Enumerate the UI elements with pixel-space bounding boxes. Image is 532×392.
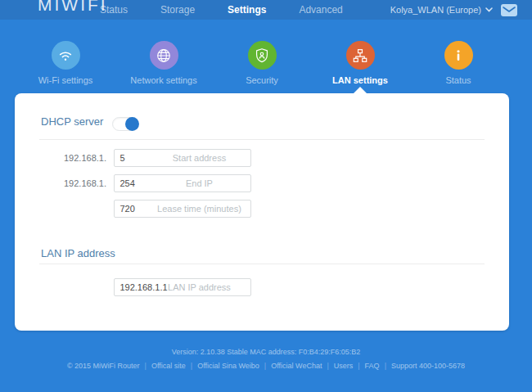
toggle-knob: [125, 117, 139, 131]
tab-label: LAN settings: [332, 75, 388, 85]
footer-separator: |: [264, 362, 266, 370]
topbar-right-group: Kolya_WLAN (Europe): [390, 0, 517, 20]
tab-status[interactable]: Status: [409, 41, 507, 85]
ip-prefix-label: 192.168.1.: [41, 149, 106, 167]
chevron-down-icon: [485, 7, 493, 12]
footer-link-sina-weibo[interactable]: Official Sina Weibo: [197, 362, 259, 370]
footer-link-official-site[interactable]: Offical site: [151, 362, 186, 370]
tab-lan-settings[interactable]: LAN settings: [311, 41, 409, 85]
dhcp-lease-time-row: Lease time (minutes): [41, 200, 483, 218]
footer-links: © 2015 MiWiFi Router|Offical site|Offici…: [0, 362, 532, 370]
footer-separator: |: [385, 362, 386, 370]
footer-link-faq[interactable]: FAQ: [365, 362, 380, 370]
footer-link-wechat[interactable]: Official WeChat: [271, 362, 322, 370]
tab-security[interactable]: Security: [213, 41, 311, 85]
nav-item-settings[interactable]: Settings: [228, 4, 266, 16]
footer-separator: |: [327, 362, 328, 370]
footer-separator: |: [358, 362, 359, 370]
footer-separator: |: [145, 362, 147, 370]
wifi-icon: [52, 41, 80, 70]
dhcp-end-ip-row: 192.168.1. End IP: [41, 174, 483, 192]
divider: [39, 264, 485, 264]
active-tab-arrow: [354, 87, 367, 93]
top-nav: Status Storage Settings Advanced: [100, 0, 343, 20]
footer: Version: 2.10.38 Stable MAC address: F0:…: [0, 348, 532, 370]
nav-item-advanced[interactable]: Advanced: [299, 4, 342, 16]
globe-icon: [150, 41, 178, 70]
settings-tab-strip: Wi-Fi settings Network settings Security: [16, 41, 507, 85]
tab-label: Security: [246, 75, 278, 85]
lan-settings-panel: DHCP server 192.168.1. Start address 192…: [15, 93, 509, 331]
divider: [39, 139, 485, 140]
tab-network-settings[interactable]: Network settings: [115, 41, 213, 85]
tab-label: Status: [445, 75, 471, 85]
field-box: End IP: [114, 174, 251, 192]
field-box: Lease time (minutes): [114, 200, 251, 218]
tab-label: Wi-Fi settings: [38, 75, 93, 85]
footer-copyright: © 2015 MiWiFi Router: [67, 362, 140, 370]
miwifi-logo: MIWIFI: [38, 0, 108, 15]
lease-time-input[interactable]: [114, 200, 251, 218]
start-address-input[interactable]: [114, 149, 251, 167]
dhcp-start-address-row: 192.168.1. Start address: [41, 149, 483, 167]
field-box: Start address: [114, 149, 251, 167]
lan-ip-title: LAN IP address: [41, 247, 115, 259]
nav-item-storage[interactable]: Storage: [160, 4, 195, 16]
info-icon: [444, 41, 473, 70]
nav-item-status[interactable]: Status: [100, 4, 128, 16]
footer-version-line: Version: 2.10.38 Stable MAC address: F0:…: [0, 348, 532, 356]
footer-separator: |: [191, 362, 192, 370]
mail-icon[interactable]: [501, 4, 517, 16]
tab-wifi-settings[interactable]: Wi-Fi settings: [16, 41, 115, 85]
end-ip-input[interactable]: [114, 174, 251, 192]
footer-link-users[interactable]: Users: [334, 362, 354, 370]
field-box: LAN IP address: [114, 278, 251, 296]
lan-ip-row: LAN IP address: [41, 278, 483, 296]
footer-link-support[interactable]: Support 400-100-5678: [391, 362, 465, 370]
network-name-label: Kolya_WLAN (Europe): [390, 5, 481, 15]
ip-prefix-label: 192.168.1.: [41, 174, 106, 192]
shield-icon: [248, 41, 277, 70]
dhcp-toggle[interactable]: [112, 117, 138, 131]
tab-label: Network settings: [130, 75, 196, 85]
dhcp-server-title: DHCP server: [41, 115, 103, 128]
network-selector[interactable]: Kolya_WLAN (Europe): [390, 5, 493, 15]
top-bar: MIWIFI Status Storage Settings Advanced …: [0, 0, 532, 20]
lan-ip-input[interactable]: [114, 278, 251, 296]
lan-topology-icon: [346, 41, 375, 70]
